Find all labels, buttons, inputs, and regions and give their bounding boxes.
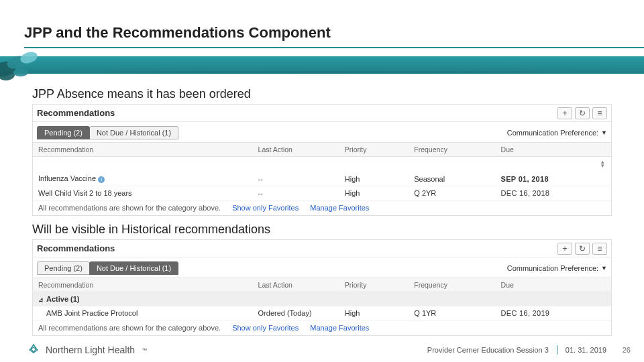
trademark: ™ [142, 347, 147, 353]
add-button[interactable]: + [557, 107, 572, 119]
menu-button[interactable]: ≡ [592, 243, 607, 255]
chevron-down-icon: ▼ [601, 265, 607, 272]
rec-frequency: Q 1YR [409, 306, 495, 320]
commpref-label: Communication Preference: [507, 264, 598, 272]
table-row[interactable]: AMB Joint Practice Protocol Ordered (Tod… [33, 306, 611, 320]
rec-frequency: Q 2YR [409, 186, 495, 200]
tab-historical[interactable]: Not Due / Historical (1) [89, 261, 178, 275]
show-favorites-link[interactable]: Show only Favorites [232, 204, 299, 212]
rec-last-action: Ordered (Today) [253, 306, 339, 320]
tab-historical[interactable]: Not Due / Historical (1) [89, 126, 178, 139]
group-label: Active (1) [46, 295, 80, 303]
refresh-button[interactable]: ↻ [575, 243, 590, 255]
session-label: Provider Cerner Education Session 3 [427, 346, 549, 354]
rec-name: Well Child Visit 2 to 18 years [33, 186, 253, 200]
communication-preference[interactable]: Communication Preference: ▼ [507, 264, 607, 272]
col-recommendation: Recommendation [33, 278, 253, 292]
tab-pending[interactable]: Pending (2) [37, 261, 90, 275]
widget-title: Recommendations [37, 108, 115, 118]
table-row[interactable]: Influenza Vaccinei -- High Seasonal SEP … [33, 172, 611, 186]
collapse-icon: ⊿ [38, 296, 44, 303]
section2-lead: Will be visible in Historical recommenda… [32, 223, 612, 237]
rec-priority: High [339, 172, 409, 186]
rec-name: Influenza Vaccine [38, 174, 96, 182]
info-icon[interactable]: i [98, 176, 105, 183]
recommendations-widget-pending: Recommendations + ↻ ≡ Pending (2) Not Du… [32, 104, 612, 216]
widget-footer-msg: All recommendations are shown for the ca… [38, 324, 221, 332]
footer-date: 01. 31. 2019 [566, 346, 606, 354]
rec-name: AMB Joint Practice Protocol [33, 306, 253, 320]
add-button[interactable]: + [557, 243, 572, 255]
manage-favorites-link[interactable]: Manage Favorites [310, 324, 369, 332]
col-frequency: Frequency [409, 143, 495, 157]
manage-favorites-link[interactable]: Manage Favorites [310, 204, 369, 212]
section1-lead: JPP Absence means it has been ordered [32, 87, 612, 101]
rec-due: SEP 01, 2018 [496, 172, 611, 186]
table-row[interactable]: Well Child Visit 2 to 18 years -- High Q… [33, 186, 611, 200]
rec-priority: High [339, 306, 409, 320]
col-priority: Priority [339, 143, 409, 157]
refresh-button[interactable]: ↻ [575, 107, 590, 119]
rec-last-action: -- [253, 186, 339, 200]
group-row[interactable]: ⊿Active (1) [33, 292, 611, 306]
col-due: Due [496, 278, 611, 292]
widget-title: Recommendations [37, 243, 115, 253]
leaf-decoration [0, 42, 67, 82]
brand-name: Northern Light Health [46, 345, 135, 355]
col-recommendation: Recommendation [33, 143, 253, 157]
brand-logo-icon [27, 343, 40, 357]
recommendations-table: Recommendation Last Action Priority Freq… [33, 278, 611, 320]
col-priority: Priority [339, 278, 409, 292]
rec-priority: High [339, 186, 409, 200]
col-last-action: Last Action [253, 278, 339, 292]
tab-pending[interactable]: Pending (2) [37, 126, 90, 139]
footer-separator [557, 345, 557, 355]
page-title: JPP and the Recommendations Component [24, 19, 644, 47]
page-number: 26 [614, 346, 631, 354]
communication-preference[interactable]: Communication Preference: ▼ [507, 129, 607, 137]
col-frequency: Frequency [409, 278, 495, 292]
title-underline [24, 47, 644, 48]
scroll-indicator-icon: ▴▾ [601, 160, 606, 168]
widget-footer-msg: All recommendations are shown for the ca… [38, 204, 221, 212]
rec-frequency: Seasonal [409, 172, 495, 186]
wave-shadow [0, 71, 644, 76]
rec-due: DEC 16, 2019 [496, 306, 611, 320]
slide-footer: Northern Light Health™ Provider Cerner E… [0, 338, 644, 362]
recommendations-widget-historical: Recommendations + ↻ ≡ Pending (2) Not Du… [32, 239, 612, 336]
rec-last-action: -- [253, 172, 339, 186]
recommendations-table: Recommendation Last Action Priority Freq… [33, 142, 611, 200]
commpref-label: Communication Preference: [507, 129, 598, 137]
show-favorites-link[interactable]: Show only Favorites [232, 324, 299, 332]
chevron-down-icon: ▼ [601, 129, 607, 136]
menu-button[interactable]: ≡ [592, 107, 607, 119]
header-band: JPP and the Recommendations Component [0, 0, 644, 75]
rec-due: DEC 16, 2018 [496, 186, 611, 200]
col-last-action: Last Action [253, 143, 339, 157]
col-due: Due [496, 143, 611, 157]
